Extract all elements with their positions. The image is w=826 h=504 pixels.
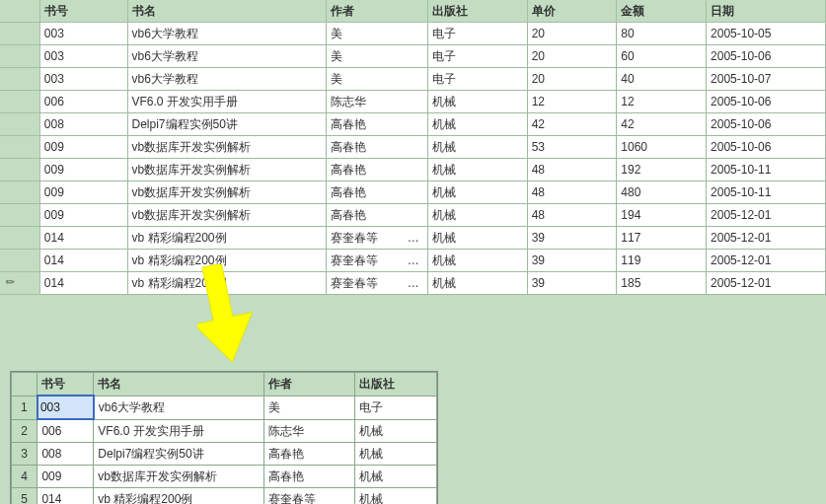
col-header-author[interactable]: 作者 <box>327 0 428 23</box>
cell-amount[interactable]: 40 <box>617 68 707 91</box>
cell-id[interactable]: 009 <box>39 204 127 227</box>
cell-name[interactable]: vb数据库开发实例解析 <box>127 136 327 159</box>
cell-id[interactable]: 009 <box>39 181 127 204</box>
cell-author[interactable]: 陈志华 <box>264 419 354 443</box>
cell-author[interactable]: 赛奎春等… <box>327 272 428 295</box>
cell-publisher[interactable]: 机械 <box>427 181 527 204</box>
table-row[interactable]: 009vb数据库开发实例解析高春艳机械481942005-12-01 <box>0 204 826 227</box>
cell-id[interactable]: 014 <box>39 250 127 272</box>
cell-price[interactable]: 48 <box>527 181 617 204</box>
cell-amount[interactable]: 185 <box>617 272 707 295</box>
cell-publisher[interactable]: 电子 <box>354 396 436 419</box>
col-header-date[interactable]: 日期 <box>707 0 826 23</box>
cell-id[interactable]: 006 <box>38 419 94 443</box>
cell-publisher[interactable]: 电子 <box>427 45 527 68</box>
table-row[interactable]: ✎014vb 精彩编程200例赛奎春等…机械391852005-12-01 <box>0 272 826 295</box>
cell-price[interactable]: 20 <box>527 45 617 68</box>
cell-author[interactable]: 高春艳 <box>327 113 428 136</box>
cell-date[interactable]: 2005-12-01 <box>707 204 826 227</box>
cell-price[interactable]: 12 <box>527 91 617 113</box>
cell-date[interactable]: 2005-12-01 <box>707 227 826 250</box>
cell-id[interactable]: 014 <box>39 272 127 295</box>
cell-name[interactable]: vb数据库开发实例解析 <box>127 204 327 227</box>
cell-date[interactable]: 2005-10-11 <box>707 181 826 204</box>
cell-date[interactable]: 2005-12-01 <box>707 250 826 272</box>
cell-author[interactable]: 赛奎春等… <box>327 250 428 272</box>
row-header[interactable] <box>0 45 39 68</box>
cell-amount[interactable]: 80 <box>617 23 707 45</box>
cell-author[interactable]: 美 <box>327 23 428 45</box>
cell-name[interactable]: vb 精彩编程200例 <box>127 250 327 272</box>
cell-price[interactable]: 39 <box>527 272 617 295</box>
bcol-header-name[interactable]: 书名 <box>94 373 264 396</box>
col-header-id[interactable]: 书号 <box>39 0 127 23</box>
cell-amount[interactable]: 119 <box>617 250 707 272</box>
row-header[interactable] <box>0 204 39 227</box>
cell-name[interactable]: Delpi7编程实例50讲 <box>127 113 327 136</box>
cell-name[interactable]: vb6大学教程 <box>127 23 327 45</box>
cell-date[interactable]: 2005-10-11 <box>707 159 826 181</box>
cell-id[interactable]: 014 <box>38 488 94 505</box>
cell-name[interactable]: VF6.0 开发实用手册 <box>94 419 264 443</box>
table-row[interactable]: 5014vb 精彩编程200例赛奎春等机械 <box>12 488 437 505</box>
col-header-name[interactable]: 书名 <box>127 0 327 23</box>
cell-date[interactable]: 2005-10-05 <box>707 23 826 45</box>
table-row[interactable]: 003vb6大学教程美电子20602005-10-06 <box>0 45 826 68</box>
top-data-grid[interactable]: 书号 书名 作者 出版社 单价 金额 日期 003vb6大学教程美电子20802… <box>0 0 826 295</box>
cell-publisher[interactable]: 机械 <box>427 91 527 113</box>
cell-amount[interactable]: 60 <box>617 45 707 68</box>
table-row[interactable]: 009vb数据库开发实例解析高春艳机械481922005-10-11 <box>0 159 826 181</box>
cell-price[interactable]: 42 <box>527 113 617 136</box>
bcol-header-publisher[interactable]: 出版社 <box>354 373 436 396</box>
cell-id[interactable]: 014 <box>39 227 127 250</box>
cell-date[interactable]: 2005-10-06 <box>707 45 826 68</box>
cell-author[interactable]: 高春艳 <box>327 136 428 159</box>
cell-publisher[interactable]: 机械 <box>427 159 527 181</box>
cell-author[interactable]: 高春艳 <box>264 443 354 466</box>
cell-author[interactable]: 陈志华 <box>327 91 428 113</box>
cell-author[interactable]: 赛奎春等… <box>327 227 428 250</box>
table-row[interactable]: 009vb数据库开发实例解析高春艳机械5310602005-10-06 <box>0 136 826 159</box>
cell-price[interactable]: 39 <box>527 250 617 272</box>
cell-date[interactable]: 2005-12-01 <box>707 272 826 295</box>
cell-amount[interactable]: 12 <box>617 91 707 113</box>
table-row[interactable]: 1003vb6大学教程美电子 <box>12 396 437 419</box>
cell-id[interactable]: 003 <box>39 23 127 45</box>
cell-publisher[interactable]: 机械 <box>354 488 436 505</box>
bottom-data-grid[interactable]: 书号 书名 作者 出版社 1003vb6大学教程美电子2006VF6.0 开发实… <box>10 371 438 504</box>
cell-author[interactable]: 高春艳 <box>327 159 428 181</box>
row-header[interactable] <box>0 113 39 136</box>
cell-publisher[interactable]: 机械 <box>354 419 436 443</box>
table-row[interactable]: 003vb6大学教程美电子20802005-10-05 <box>0 23 826 45</box>
cell-author[interactable]: 美 <box>327 68 428 91</box>
row-number[interactable]: 1 <box>12 396 38 419</box>
row-header[interactable] <box>0 91 39 113</box>
cell-amount[interactable]: 117 <box>617 227 707 250</box>
cell-name[interactable]: vb6大学教程 <box>94 396 264 419</box>
col-header-publisher[interactable]: 出版社 <box>427 0 527 23</box>
cell-id[interactable]: 009 <box>38 466 94 488</box>
cell-publisher[interactable]: 机械 <box>427 136 527 159</box>
table-row[interactable]: 2006VF6.0 开发实用手册陈志华机械 <box>12 419 437 443</box>
cell-publisher[interactable]: 机械 <box>427 204 527 227</box>
cell-date[interactable]: 2005-10-06 <box>707 113 826 136</box>
cell-author[interactable]: 高春艳 <box>327 204 428 227</box>
cell-publisher[interactable]: 机械 <box>427 250 527 272</box>
cell-id[interactable]: 009 <box>39 159 127 181</box>
row-number[interactable]: 3 <box>12 443 38 466</box>
cell-publisher[interactable]: 机械 <box>427 272 527 295</box>
cell-name[interactable]: vb数据库开发实例解析 <box>127 181 327 204</box>
cell-publisher[interactable]: 电子 <box>427 68 527 91</box>
cell-name[interactable]: Delpi7编程实例50讲 <box>94 443 264 466</box>
cell-date[interactable]: 2005-10-06 <box>707 91 826 113</box>
col-header-price[interactable]: 单价 <box>527 0 617 23</box>
row-header[interactable] <box>0 181 39 204</box>
cell-id[interactable]: 003 <box>38 396 94 419</box>
row-header[interactable] <box>0 136 39 159</box>
row-header[interactable] <box>0 68 39 91</box>
cell-name[interactable]: VF6.0 开发实用手册 <box>127 91 327 113</box>
row-header[interactable] <box>0 227 39 250</box>
table-row[interactable]: 009vb数据库开发实例解析高春艳机械484802005-10-11 <box>0 181 826 204</box>
cell-amount[interactable]: 1060 <box>617 136 707 159</box>
cell-id[interactable]: 008 <box>38 443 94 466</box>
